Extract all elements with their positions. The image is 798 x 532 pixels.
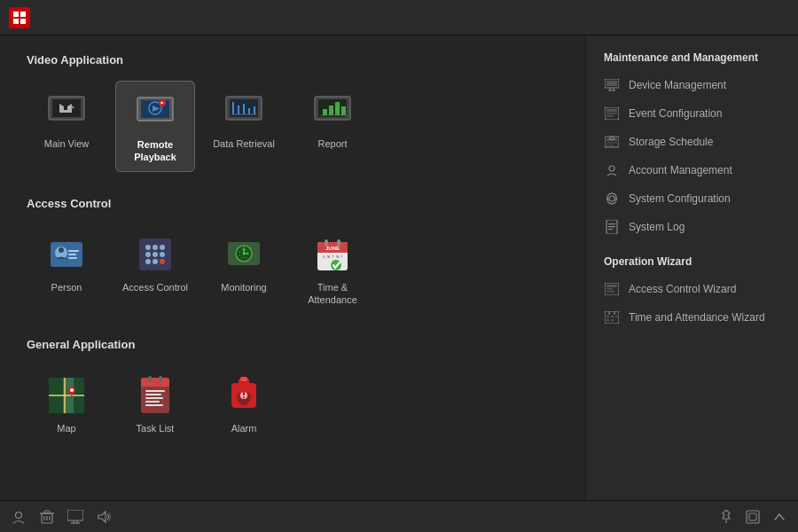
account-management-label: Account Management — [629, 164, 732, 176]
storage-schedule-icon — [604, 134, 620, 150]
app-logo[interactable] — [9, 7, 30, 28]
svg-rect-106 — [608, 226, 615, 227]
data-retrieval-icon — [223, 90, 265, 132]
svg-point-36 — [145, 245, 151, 250]
chevron-up-bottom-icon[interactable] — [771, 509, 787, 525]
svg-rect-120 — [615, 316, 617, 317]
svg-point-103 — [609, 196, 614, 201]
svg-point-37 — [153, 245, 158, 250]
access-control-wizard-label: Access Control Wizard — [629, 283, 736, 295]
svg-rect-110 — [606, 288, 613, 290]
svg-rect-3 — [20, 19, 26, 24]
svg-rect-2 — [13, 19, 19, 24]
wizard-section-title: Operation Wizard — [586, 255, 798, 268]
delete-bottom-icon[interactable] — [39, 509, 55, 525]
svg-rect-76 — [145, 394, 161, 395]
svg-rect-78 — [145, 401, 160, 403]
app-main-view[interactable]: Main View — [27, 81, 106, 172]
svg-rect-117 — [611, 316, 614, 317]
volume-bottom-icon[interactable] — [96, 509, 112, 525]
pin-bottom-icon[interactable] — [718, 509, 734, 525]
svg-rect-96 — [606, 115, 614, 117]
right-panel: Maintenance and Management Device Manage… — [585, 35, 798, 500]
menu-system-configuration[interactable]: System Configuration — [586, 184, 798, 213]
main-view-icon — [45, 90, 88, 132]
monitoring-icon — [223, 233, 265, 276]
remote-playback-label: Remote Playback — [121, 138, 189, 164]
svg-rect-56 — [337, 239, 340, 246]
svg-rect-79 — [145, 404, 163, 406]
app-person[interactable]: Person — [27, 224, 106, 314]
svg-point-62 — [331, 260, 341, 270]
general-app-grid: Map — [27, 365, 559, 442]
window-bottom-icon[interactable] — [745, 509, 761, 525]
svg-point-38 — [160, 245, 165, 250]
task-list-icon — [134, 374, 176, 417]
app-monitoring[interactable]: Monitoring — [204, 224, 284, 314]
map-label: Map — [57, 422, 75, 434]
menu-event-configuration[interactable]: Event Configuration — [586, 99, 798, 128]
svg-rect-80 — [148, 376, 152, 381]
svg-point-42 — [145, 259, 151, 264]
svg-rect-25 — [329, 106, 333, 115]
svg-rect-81 — [159, 376, 162, 381]
video-section-title: Video Application — [27, 53, 559, 66]
menu-device-management[interactable]: Device Management — [586, 71, 798, 99]
user-bottom-icon[interactable] — [11, 509, 27, 525]
bottom-bar — [0, 500, 798, 532]
system-configuration-icon — [604, 191, 620, 207]
remote-playback-icon — [134, 90, 176, 133]
time-attendance-wizard-icon — [604, 309, 620, 325]
event-configuration-icon — [604, 106, 620, 121]
menu-system-log[interactable]: System Log — [586, 213, 798, 241]
app-time-attendance[interactable]: JUNE S M T W T Time & — [293, 224, 372, 314]
svg-marker-132 — [98, 512, 106, 522]
app-data-retrieval[interactable]: Data Retrieval — [204, 81, 284, 172]
app-remote-playback[interactable]: Remote Playback — [115, 81, 195, 172]
menu-access-control-wizard[interactable]: Access Control Wizard — [586, 275, 798, 303]
report-icon — [311, 90, 354, 132]
svg-point-102 — [609, 166, 614, 171]
person-label: Person — [51, 281, 82, 293]
svg-point-31 — [59, 247, 64, 253]
time-attendance-label: Time & Attendance — [298, 281, 367, 307]
map-icon — [45, 374, 88, 417]
menu-account-management[interactable]: Account Management — [586, 156, 798, 184]
menu-storage-schedule[interactable]: Storage Schedule — [586, 128, 798, 156]
report-label: Report — [317, 137, 347, 150]
svg-rect-33 — [68, 254, 76, 255]
svg-text:S: S — [323, 254, 325, 259]
svg-rect-24 — [323, 109, 327, 115]
access-section-title: Access Control — [27, 197, 559, 210]
svg-point-41 — [160, 252, 165, 257]
main-view-label: Main View — [44, 137, 90, 150]
svg-rect-119 — [611, 319, 614, 321]
alarm-app-icon — [223, 374, 265, 417]
menu-time-attendance-wizard[interactable]: Time and Attendance Wizard — [586, 303, 798, 332]
system-log-label: System Log — [629, 221, 685, 233]
device-management-icon — [604, 77, 620, 93]
app-task-list[interactable]: Task List — [115, 365, 195, 442]
app-access-control[interactable]: Access Control — [115, 224, 195, 314]
svg-rect-55 — [325, 239, 328, 246]
app-report[interactable]: Report — [293, 81, 372, 172]
maintenance-section-title: Maintenance and Management — [586, 51, 798, 64]
svg-rect-89 — [606, 81, 617, 86]
access-control-label: Access Control — [122, 281, 188, 293]
svg-text:JUNE: JUNE — [325, 246, 340, 251]
svg-rect-1 — [20, 12, 26, 17]
svg-rect-109 — [606, 285, 617, 287]
general-section-title: General Application — [27, 338, 559, 351]
left-panel: Video Application Main View — [0, 35, 585, 500]
system-log-icon — [604, 219, 620, 235]
main-content: Video Application Main View — [0, 35, 798, 500]
access-app-grid: Person — [27, 224, 559, 314]
svg-rect-32 — [68, 250, 79, 252]
app-map[interactable]: Map — [27, 365, 106, 442]
svg-text:M: M — [327, 254, 330, 259]
svg-rect-94 — [606, 109, 617, 112]
app-alarm[interactable]: Alarm — [204, 365, 284, 442]
screen-bottom-icon[interactable] — [67, 509, 83, 525]
svg-rect-86 — [243, 391, 245, 395]
svg-rect-75 — [145, 390, 165, 392]
